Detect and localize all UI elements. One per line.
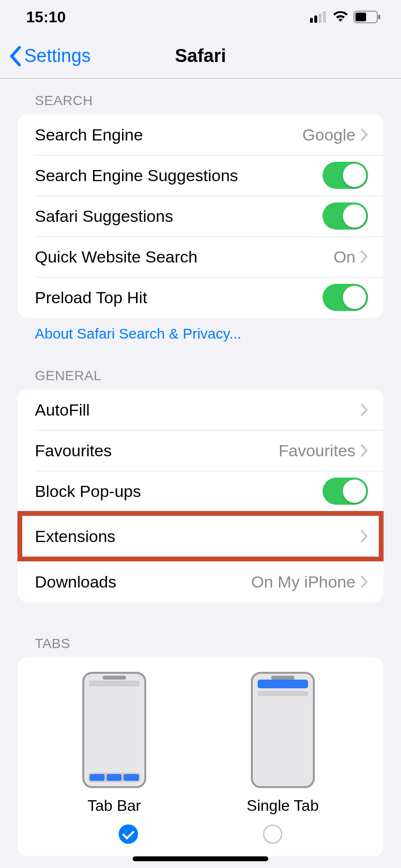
row-downloads[interactable]: Downloads On My iPhone [17,561,384,602]
status-time: 15:10 [26,8,66,26]
row-label: AutoFill [35,401,360,419]
svg-rect-0 [310,18,313,23]
toggle-safari-suggestions[interactable] [323,202,368,230]
row-safari-suggestions: Safari Suggestions [17,196,384,236]
general-group-bottom: Downloads On My iPhone [17,561,384,602]
row-label: Extensions [35,527,360,546]
radio-single-tab[interactable] [263,824,282,844]
tabs-options: Tab Bar Single Tab [17,657,384,824]
row-search-engine-suggestions: Search Engine Suggestions [17,155,384,196]
toggle-search-engine-suggestions[interactable] [323,162,368,189]
row-value: On My iPhone [251,573,355,591]
svg-rect-3 [323,11,326,23]
row-autofill[interactable]: AutoFill [17,389,384,430]
svg-rect-6 [378,15,380,19]
section-header-general: GENERAL [0,342,401,389]
home-indicator[interactable] [133,856,268,861]
row-value: On [334,248,355,266]
navigation-bar: Settings Safari [0,34,401,78]
phone-mock-single-tab [251,672,315,788]
page-title: Safari [0,46,401,66]
chevron-right-icon [360,403,368,417]
tab-option-tab-bar[interactable]: Tab Bar [82,672,146,815]
general-group-top: AutoFill Favourites Favourites Block Pop… [17,389,384,512]
chevron-right-icon [360,444,368,457]
row-preload-top-hit: Preload Top Hit [17,277,384,318]
section-header-search: SEARCH [0,78,401,114]
row-label: Downloads [35,573,251,591]
row-label: Safari Suggestions [35,207,323,226]
chevron-right-icon [360,575,368,589]
chevron-right-icon [360,529,368,543]
row-block-popups: Block Pop-ups [17,471,384,512]
radio-tab-bar[interactable] [119,824,138,844]
tab-option-label: Single Tab [247,797,319,815]
chevron-right-icon [360,250,368,264]
row-label: Block Pop-ups [35,482,323,501]
svg-rect-1 [314,16,317,23]
toggle-block-popups[interactable] [323,478,368,505]
tabs-radio-row [17,824,384,853]
cellular-icon [310,11,327,23]
tab-option-label: Tab Bar [88,797,141,815]
tab-option-single-tab[interactable]: Single Tab [247,672,319,815]
row-value: Google [302,125,355,144]
chevron-right-icon [360,128,368,141]
battery-icon [354,11,381,23]
svg-rect-2 [319,14,322,23]
row-label: Search Engine Suggestions [35,166,323,185]
section-header-tabs: TABS [0,602,401,657]
status-bar: 15:10 [0,0,401,34]
wifi-icon [332,11,349,23]
highlight-extensions: Extensions [17,511,384,561]
svg-rect-5 [355,13,366,21]
row-label: Preload Top Hit [35,288,323,307]
row-search-engine[interactable]: Search Engine Google [17,114,384,155]
row-extensions[interactable]: Extensions [22,516,379,557]
search-footer-link[interactable]: About Safari Search & Privacy... [0,318,401,342]
toggle-preload-top-hit[interactable] [323,284,368,311]
row-value: Favourites [278,441,355,460]
search-group: Search Engine Google Search Engine Sugge… [17,114,384,318]
phone-mock-tab-bar [82,672,146,788]
row-label: Search Engine [35,125,302,144]
row-quick-website-search[interactable]: Quick Website Search On [17,236,384,277]
row-label: Quick Website Search [35,248,334,266]
tabs-group: Tab Bar Single Tab [17,657,384,856]
row-favourites[interactable]: Favourites Favourites [17,430,384,471]
status-indicators [310,11,381,23]
row-label: Favourites [35,441,278,460]
